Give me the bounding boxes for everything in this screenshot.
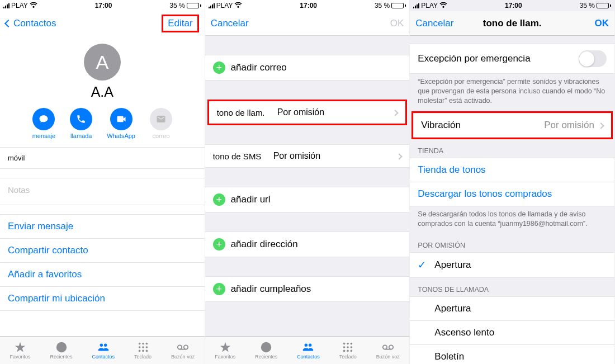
status-time: 17:00 xyxy=(95,2,112,10)
svg-point-2 xyxy=(142,343,144,345)
tab-keypad[interactable]: Teclado xyxy=(134,341,152,360)
tab-contacts[interactable]: Contactos xyxy=(92,341,115,360)
svg-point-7 xyxy=(138,350,140,352)
default-tone-label: Apertura xyxy=(434,259,471,271)
whatsapp-action[interactable]: WhatsApp xyxy=(107,108,135,139)
status-time: 17:00 xyxy=(505,2,522,10)
ok-button-disabled: OK xyxy=(353,18,404,29)
mobile-row[interactable]: móvil xyxy=(0,147,205,169)
tab-contacts[interactable]: Contactos xyxy=(297,341,320,360)
ringtone-content[interactable]: Excepción por emergencia “Excepción por … xyxy=(410,36,614,364)
wifi-icon xyxy=(234,2,242,10)
carrier-label: PLAY xyxy=(421,2,438,10)
tab-recents[interactable]: Recientes xyxy=(50,341,73,360)
chevron-right-icon xyxy=(397,151,401,161)
edit-contact-screen: PLAY 17:00 35 % Cancelar OK + añadir cor… xyxy=(205,0,410,364)
quick-actions: mensaje llamada WhatsApp correo xyxy=(0,108,205,147)
ringtone-label: Ascenso lento xyxy=(434,327,494,338)
svg-point-19 xyxy=(351,346,353,348)
add-address-label: añadir dirección xyxy=(231,239,298,250)
edit-button[interactable]: Editar xyxy=(162,15,198,32)
svg-point-8 xyxy=(142,350,144,352)
back-label: Contactos xyxy=(13,18,56,29)
plus-icon: + xyxy=(213,193,225,206)
carrier-label: PLAY xyxy=(216,2,233,10)
star-icon xyxy=(13,341,27,353)
add-email-row[interactable]: + añadir correo xyxy=(205,55,410,81)
battery-pct: 35 % xyxy=(169,2,184,10)
svg-point-16 xyxy=(351,343,353,345)
sms-tone-row[interactable]: tono de SMS Por omisión xyxy=(205,144,410,168)
whatsapp-label: WhatsApp xyxy=(107,133,135,139)
cancel-button[interactable]: Cancelar xyxy=(415,18,466,29)
ringtone-label: Apertura xyxy=(434,303,471,314)
chevron-right-icon xyxy=(393,107,398,117)
tab-voicemail[interactable]: Buzón voz xyxy=(171,341,195,360)
ringtone-row[interactable]: tono de llam. Por omisión xyxy=(209,101,406,124)
message-icon xyxy=(39,114,49,124)
nav-bar: Contactos Editar xyxy=(0,11,205,36)
download-footer: Se descargarán todos los tonos de llamad… xyxy=(410,206,614,234)
wifi-icon xyxy=(30,2,37,10)
cancel-button[interactable]: Cancelar xyxy=(211,18,261,29)
svg-point-15 xyxy=(347,343,349,345)
add-address-row[interactable]: + añadir dirección xyxy=(205,231,410,257)
svg-point-21 xyxy=(347,350,349,352)
emergency-bypass-row[interactable]: Excepción por emergencia xyxy=(410,44,614,74)
svg-point-20 xyxy=(343,350,346,352)
battery-icon xyxy=(391,3,406,8)
share-contact-link[interactable]: Compartir contacto xyxy=(0,239,205,263)
send-message-link[interactable]: Enviar mensaje xyxy=(0,214,205,239)
tab-keypad[interactable]: Teclado xyxy=(339,341,357,360)
status-bar: PLAY 17:00 35 % xyxy=(0,0,205,11)
svg-point-9 xyxy=(145,350,148,352)
svg-point-24 xyxy=(389,345,393,349)
contact-content: A A.A mensaje llamada WhatsApp correo mó… xyxy=(0,36,205,336)
svg-point-22 xyxy=(351,350,353,352)
signal-icon xyxy=(3,3,10,8)
add-birthday-row[interactable]: + añadir cumpleaños xyxy=(205,276,410,302)
notes-field[interactable]: Notas xyxy=(0,178,205,205)
svg-point-13 xyxy=(261,342,271,352)
edit-content: + añadir correo tono de llam. Por omisió… xyxy=(205,36,410,336)
add-favorites-link[interactable]: Añadir a favoritos xyxy=(0,263,205,287)
nav-bar: Cancelar tono de llam. OK xyxy=(410,11,614,36)
mail-action: correo xyxy=(150,108,172,139)
add-url-label: añadir url xyxy=(231,194,271,205)
toggle-off[interactable] xyxy=(579,50,607,67)
default-tone-row[interactable]: ✓ Apertura xyxy=(410,252,614,278)
status-time: 17:00 xyxy=(300,2,317,10)
ok-button[interactable]: OK xyxy=(559,18,609,29)
tab-favorites[interactable]: Favoritos xyxy=(10,341,31,360)
tab-voicemail[interactable]: Buzón voz xyxy=(376,341,400,360)
ringtone-option[interactable]: Boletín xyxy=(410,345,614,364)
ringtone-picker-screen: PLAY 17:00 35 % Cancelar tono de llam. O… xyxy=(410,0,615,364)
vibration-value: Por omisión xyxy=(544,120,594,131)
ringtone-key: tono de llam. xyxy=(217,108,277,117)
tone-store-link[interactable]: Tienda de tonos xyxy=(410,158,614,182)
share-location-link[interactable]: Compartir mi ubicación xyxy=(0,287,205,311)
vibration-row[interactable]: Vibración Por omisión xyxy=(413,113,611,138)
back-button[interactable]: Contactos xyxy=(6,18,56,29)
mobile-label: móvil xyxy=(8,154,25,162)
message-label: mensaje xyxy=(32,133,56,139)
svg-point-18 xyxy=(347,346,349,348)
svg-point-17 xyxy=(343,346,346,348)
download-tones-link[interactable]: Descargar los tonos comprados xyxy=(410,182,614,206)
plus-icon: + xyxy=(213,62,225,74)
tab-recents[interactable]: Recientes xyxy=(255,341,277,360)
tab-bar: Favoritos Recientes Contactos Teclado Bu… xyxy=(0,336,205,364)
plus-icon: + xyxy=(213,238,225,250)
message-action[interactable]: mensaje xyxy=(32,108,56,139)
avatar[interactable]: A xyxy=(84,44,121,81)
add-url-row[interactable]: + añadir url xyxy=(205,187,410,212)
store-header: TIENDA xyxy=(410,139,614,158)
ringtones-header: TONOS DE LLAMADA xyxy=(410,278,614,296)
ringtone-option[interactable]: Apertura xyxy=(410,296,614,321)
call-action[interactable]: llamada xyxy=(70,108,92,139)
tab-favorites[interactable]: Favoritos xyxy=(215,341,235,360)
keypad-icon xyxy=(340,341,355,353)
ringtone-option[interactable]: Ascenso lento xyxy=(410,321,614,345)
nav-bar: Cancelar OK xyxy=(205,11,410,36)
add-email-label: añadir correo xyxy=(231,62,287,73)
